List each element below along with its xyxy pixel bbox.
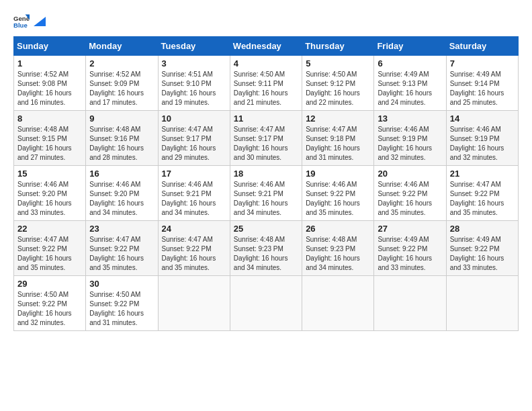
calendar-day-cell: 24 Sunrise: 4:47 AM Sunset: 9:22 PM Dayl… [158,221,230,276]
day-number: 7 [450,58,515,68]
day-info: Sunrise: 4:51 AM Sunset: 9:10 PM Dayligh… [162,70,226,107]
day-number: 6 [378,58,442,68]
calendar-day-cell [158,276,230,331]
day-info: Sunrise: 4:46 AM Sunset: 9:22 PM Dayligh… [378,180,442,218]
day-of-week-header: Wednesday [230,37,302,56]
day-info: Sunrise: 4:47 AM Sunset: 9:22 PM Dayligh… [17,235,82,273]
day-info: Sunrise: 4:52 AM Sunset: 9:08 PM Dayligh… [17,70,82,107]
day-number: 22 [17,224,82,234]
day-number: 5 [306,58,370,68]
calendar-day-cell [374,276,446,331]
day-info: Sunrise: 4:50 AM Sunset: 9:22 PM Dayligh… [17,290,82,328]
day-of-week-header: Friday [374,37,446,56]
svg-marker-3 [34,17,46,26]
day-number: 27 [378,224,442,234]
day-info: Sunrise: 4:49 AM Sunset: 9:14 PM Dayligh… [450,70,515,107]
day-number: 1 [17,58,82,68]
calendar-header-row: SundayMondayTuesdayWednesdayThursdayFrid… [14,37,519,56]
day-number: 20 [378,169,442,179]
calendar-week-row: 29 Sunrise: 4:50 AM Sunset: 9:22 PM Dayl… [14,276,519,331]
day-number: 25 [234,224,298,234]
day-number: 12 [306,113,370,124]
calendar-day-cell [230,276,302,331]
day-of-week-header: Sunday [14,37,86,56]
calendar-day-cell: 23 Sunrise: 4:47 AM Sunset: 9:22 PM Dayl… [86,221,158,276]
day-info: Sunrise: 4:48 AM Sunset: 9:23 PM Dayligh… [234,235,298,273]
calendar-day-cell: 10 Sunrise: 4:47 AM Sunset: 9:17 PM Dayl… [158,111,230,166]
calendar-day-cell: 20 Sunrise: 4:46 AM Sunset: 9:22 PM Dayl… [374,166,446,221]
day-info: Sunrise: 4:47 AM Sunset: 9:22 PM Dayligh… [162,235,226,273]
day-info: Sunrise: 4:49 AM Sunset: 9:13 PM Dayligh… [378,70,442,107]
calendar-day-cell: 11 Sunrise: 4:47 AM Sunset: 9:17 PM Dayl… [230,111,302,166]
day-info: Sunrise: 4:50 AM Sunset: 9:22 PM Dayligh… [89,290,154,328]
calendar-day-cell: 3 Sunrise: 4:51 AM Sunset: 9:10 PM Dayli… [158,56,230,111]
calendar-day-cell: 27 Sunrise: 4:49 AM Sunset: 9:22 PM Dayl… [374,221,446,276]
day-number: 16 [89,169,154,179]
day-number: 23 [89,224,154,234]
day-info: Sunrise: 4:52 AM Sunset: 9:09 PM Dayligh… [89,70,154,107]
day-info: Sunrise: 4:47 AM Sunset: 9:22 PM Dayligh… [450,180,515,218]
calendar-day-cell: 21 Sunrise: 4:47 AM Sunset: 9:22 PM Dayl… [446,166,518,221]
calendar-day-cell [302,276,374,331]
calendar-day-cell: 2 Sunrise: 4:52 AM Sunset: 9:09 PM Dayli… [86,56,158,111]
calendar-day-cell: 18 Sunrise: 4:46 AM Sunset: 9:21 PM Dayl… [230,166,302,221]
day-number: 11 [234,113,298,124]
day-number: 17 [162,169,226,179]
day-info: Sunrise: 4:46 AM Sunset: 9:19 PM Dayligh… [450,125,515,163]
day-number: 3 [162,58,226,68]
calendar-day-cell: 26 Sunrise: 4:48 AM Sunset: 9:23 PM Dayl… [302,221,374,276]
calendar-week-row: 8 Sunrise: 4:48 AM Sunset: 9:15 PM Dayli… [14,111,519,166]
day-number: 10 [162,113,226,124]
day-number: 30 [89,279,154,289]
day-info: Sunrise: 4:48 AM Sunset: 9:16 PM Dayligh… [89,125,154,163]
calendar-day-cell: 17 Sunrise: 4:46 AM Sunset: 9:21 PM Dayl… [158,166,230,221]
calendar-day-cell: 29 Sunrise: 4:50 AM Sunset: 9:22 PM Dayl… [14,276,86,331]
day-number: 19 [306,169,370,179]
calendar-day-cell: 6 Sunrise: 4:49 AM Sunset: 9:13 PM Dayli… [374,56,446,111]
day-info: Sunrise: 4:46 AM Sunset: 9:21 PM Dayligh… [234,180,298,218]
day-of-week-header: Saturday [446,37,518,56]
calendar-day-cell [446,276,518,331]
day-info: Sunrise: 4:49 AM Sunset: 9:22 PM Dayligh… [450,235,515,273]
day-info: Sunrise: 4:46 AM Sunset: 9:19 PM Dayligh… [378,125,442,163]
day-of-week-header: Tuesday [158,37,230,56]
day-info: Sunrise: 4:50 AM Sunset: 9:11 PM Dayligh… [234,70,298,107]
calendar-day-cell: 5 Sunrise: 4:50 AM Sunset: 9:12 PM Dayli… [302,56,374,111]
day-number: 29 [17,279,82,289]
svg-text:Blue: Blue [13,21,28,29]
day-number: 2 [89,58,154,68]
day-info: Sunrise: 4:50 AM Sunset: 9:12 PM Dayligh… [306,70,370,107]
calendar-week-row: 15 Sunrise: 4:46 AM Sunset: 9:20 PM Dayl… [14,166,519,221]
day-info: Sunrise: 4:47 AM Sunset: 9:17 PM Dayligh… [162,125,226,163]
day-number: 18 [234,169,298,179]
logo-triangle-icon [34,17,46,26]
calendar-week-row: 1 Sunrise: 4:52 AM Sunset: 9:08 PM Dayli… [14,56,519,111]
day-info: Sunrise: 4:49 AM Sunset: 9:22 PM Dayligh… [378,235,442,273]
day-number: 28 [450,224,515,234]
day-of-week-header: Monday [86,37,158,56]
day-info: Sunrise: 4:47 AM Sunset: 9:17 PM Dayligh… [234,125,298,163]
day-number: 15 [17,169,82,179]
day-number: 14 [450,113,515,124]
day-info: Sunrise: 4:47 AM Sunset: 9:18 PM Dayligh… [306,125,370,163]
calendar-day-cell: 15 Sunrise: 4:46 AM Sunset: 9:20 PM Dayl… [14,166,86,221]
logo-icon: General Blue [13,13,30,30]
calendar-day-cell: 13 Sunrise: 4:46 AM Sunset: 9:19 PM Dayl… [374,111,446,166]
calendar-day-cell: 1 Sunrise: 4:52 AM Sunset: 9:08 PM Dayli… [14,56,86,111]
day-info: Sunrise: 4:46 AM Sunset: 9:21 PM Dayligh… [162,180,226,218]
day-info: Sunrise: 4:46 AM Sunset: 9:22 PM Dayligh… [306,180,370,218]
day-info: Sunrise: 4:48 AM Sunset: 9:23 PM Dayligh… [306,235,370,273]
day-number: 24 [162,224,226,234]
day-number: 13 [378,113,442,124]
calendar-day-cell: 16 Sunrise: 4:46 AM Sunset: 9:20 PM Dayl… [86,166,158,221]
calendar-day-cell: 19 Sunrise: 4:46 AM Sunset: 9:22 PM Dayl… [302,166,374,221]
calendar-day-cell: 28 Sunrise: 4:49 AM Sunset: 9:22 PM Dayl… [446,221,518,276]
day-of-week-header: Thursday [302,37,374,56]
day-info: Sunrise: 4:46 AM Sunset: 9:20 PM Dayligh… [17,180,82,218]
calendar-day-cell: 22 Sunrise: 4:47 AM Sunset: 9:22 PM Dayl… [14,221,86,276]
day-number: 8 [17,113,82,124]
calendar-day-cell: 30 Sunrise: 4:50 AM Sunset: 9:22 PM Dayl… [86,276,158,331]
day-info: Sunrise: 4:48 AM Sunset: 9:15 PM Dayligh… [17,125,82,163]
calendar-day-cell: 8 Sunrise: 4:48 AM Sunset: 9:15 PM Dayli… [14,111,86,166]
day-number: 26 [306,224,370,234]
